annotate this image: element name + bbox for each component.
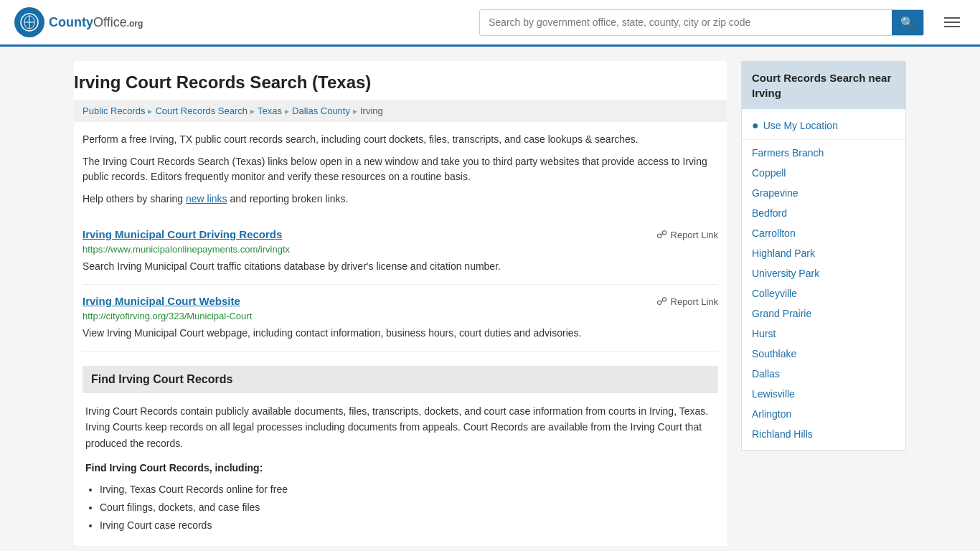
- find-list-item: Irving Court case records: [100, 518, 715, 533]
- use-location-link[interactable]: Use My Location: [763, 120, 838, 131]
- breadcrumb-separator: ▸: [353, 106, 357, 116]
- record-description: View Irving Municipal Court webpage, inc…: [83, 326, 718, 341]
- breadcrumb-separator: ▸: [250, 106, 255, 116]
- report-link-button[interactable]: ☍ Report Link: [656, 228, 718, 241]
- breadcrumb: Public Records ▸ Court Records Search ▸ …: [74, 100, 727, 122]
- breadcrumb-irving: Irving: [360, 105, 383, 116]
- report-link-button[interactable]: ☍ Report Link: [656, 295, 718, 308]
- sidebar-nearby-item[interactable]: Southlake: [742, 344, 905, 364]
- sidebar-nearby-link[interactable]: Arlington: [752, 408, 791, 420]
- sidebar-nearby-item[interactable]: Hurst: [742, 324, 905, 344]
- sidebar-nearby-link[interactable]: Richland Hills: [752, 428, 813, 440]
- find-section-subheading: Find Irving Court Records, including:: [85, 460, 715, 476]
- sidebar-nearby-link[interactable]: Grapevine: [752, 187, 798, 199]
- sidebar-nearby-item[interactable]: Coppell: [742, 163, 905, 183]
- breadcrumb-separator: ▸: [285, 106, 289, 116]
- find-section: Find Irving Court Records Irving Court R…: [83, 366, 718, 533]
- sidebar-nearby-link[interactable]: University Park: [752, 268, 819, 279]
- hamburger-menu-button[interactable]: [938, 14, 966, 30]
- breadcrumb-dallas-county[interactable]: Dallas County: [292, 105, 350, 116]
- search-input[interactable]: [480, 11, 892, 34]
- new-links-anchor[interactable]: new links: [186, 193, 227, 204]
- record-title-link[interactable]: Irving Municipal Court Website: [83, 295, 240, 307]
- sidebar-nearby-link[interactable]: Grand Prairie: [752, 308, 811, 319]
- sidebar-nearby-link[interactable]: Southlake: [752, 348, 796, 359]
- sidebar-nearby-item[interactable]: Richland Hills: [742, 424, 905, 444]
- sidebar-list: ● Use My Location Farmers BranchCoppellG…: [742, 109, 905, 450]
- hamburger-icon: [944, 22, 960, 23]
- sidebar-nearby-item[interactable]: Dallas: [742, 364, 905, 384]
- sidebar-nearby-item[interactable]: Lewisville: [742, 384, 905, 404]
- use-location-item[interactable]: ● Use My Location: [742, 115, 905, 140]
- find-items-list: Irving, Texas Court Records online for f…: [100, 482, 715, 533]
- sidebar-nearby-link[interactable]: Highland Park: [752, 248, 815, 259]
- record-entry: Irving Municipal Court Driving Records ☍…: [83, 218, 718, 285]
- logo-icon: [14, 7, 44, 37]
- sidebar-nearby-link[interactable]: Coppell: [752, 167, 786, 179]
- site-logo[interactable]: CountyOffice.org: [14, 7, 143, 37]
- sidebar-nearby-item[interactable]: Carrollton: [742, 223, 905, 243]
- breadcrumb-public-records[interactable]: Public Records: [83, 105, 145, 116]
- breadcrumb-court-records-search[interactable]: Court Records Search: [155, 105, 248, 116]
- breadcrumb-separator: ▸: [148, 106, 152, 116]
- find-list-item: Irving, Texas Court Records online for f…: [100, 482, 715, 497]
- sidebar-nearby-item[interactable]: Highland Park: [742, 243, 905, 263]
- sidebar-nearby-item[interactable]: Bedford: [742, 203, 905, 223]
- search-button[interactable]: 🔍: [892, 10, 923, 35]
- sidebar-nearby-item[interactable]: Colleyville: [742, 283, 905, 303]
- sidebar-nearby-link[interactable]: Farmers Branch: [752, 147, 824, 159]
- record-entry: Irving Municipal Court Website ☍ Report …: [83, 285, 718, 352]
- record-title-link[interactable]: Irving Municipal Court Driving Records: [83, 228, 282, 240]
- breadcrumb-texas[interactable]: Texas: [258, 105, 282, 116]
- logo-text: CountyOffice.org: [49, 15, 143, 29]
- sidebar-nearby-item[interactable]: Farmers Branch: [742, 143, 905, 163]
- sidebar-nearby-item[interactable]: University Park: [742, 263, 905, 283]
- record-description: Search Irving Municipal Court traffic ci…: [83, 259, 718, 274]
- sidebar: Court Records Search near Irving ● Use M…: [741, 61, 906, 546]
- sidebar-nearby-link[interactable]: Dallas: [752, 368, 780, 380]
- hamburger-icon: [944, 17, 960, 19]
- hamburger-icon: [944, 26, 960, 27]
- sidebar-nearby-link[interactable]: Colleyville: [752, 288, 797, 299]
- report-icon: ☍: [656, 295, 667, 308]
- find-list-item: Court filings, dockets, and case files: [100, 500, 715, 515]
- report-icon: ☍: [656, 228, 667, 241]
- sidebar-nearby-link[interactable]: Bedford: [752, 207, 787, 219]
- sidebar-nearby-link[interactable]: Hurst: [752, 328, 776, 339]
- sidebar-nearby-item[interactable]: Grand Prairie: [742, 303, 905, 324]
- search-bar: 🔍: [479, 9, 924, 36]
- find-section-heading: Find Irving Court Records: [83, 366, 718, 393]
- new-links-text: Help others by sharing new links and rep…: [83, 192, 718, 207]
- intro-paragraph-1: Perform a free Irving, TX public court r…: [83, 132, 718, 147]
- search-icon: 🔍: [900, 17, 915, 29]
- sidebar-title: Court Records Search near Irving: [742, 62, 905, 109]
- sidebar-nearby-item[interactable]: Grapevine: [742, 183, 905, 203]
- location-pin-icon: ●: [752, 119, 759, 132]
- record-url[interactable]: https://www.municipalonlinepayments.com/…: [83, 244, 718, 255]
- sidebar-nearby-item[interactable]: Arlington: [742, 404, 905, 424]
- record-url[interactable]: http://cityofirving.org/323/Municipal-Co…: [83, 311, 718, 321]
- sidebar-nearby-link[interactable]: Carrollton: [752, 227, 796, 239]
- intro-paragraph-2: The Irving Court Records Search (Texas) …: [83, 154, 718, 184]
- find-section-body: Irving Court Records contain publicly av…: [85, 403, 715, 451]
- page-title: Irving Court Records Search (Texas): [74, 61, 727, 100]
- sidebar-nearby-link[interactable]: Lewisville: [752, 388, 795, 400]
